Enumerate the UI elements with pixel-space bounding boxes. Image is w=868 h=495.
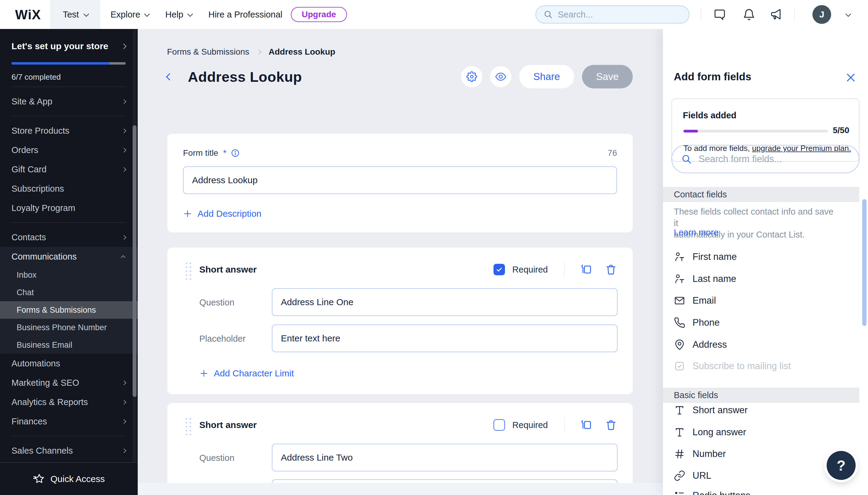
share-button[interactable]: Share <box>519 65 574 88</box>
preview-button[interactable] <box>490 66 511 87</box>
megaphone-icon[interactable] <box>770 8 783 21</box>
learn-more-link[interactable]: Learn more <box>674 227 718 238</box>
sidebar-item-label: Subscriptions <box>12 184 64 194</box>
sidebar-item-automations[interactable]: Automations <box>0 354 138 373</box>
quick-access-star-icon <box>33 473 45 485</box>
question-input[interactable] <box>272 288 618 316</box>
field-option-short-answer[interactable]: Short answer <box>674 399 748 421</box>
sidebar: Let's set up your store 6/7 completed Si… <box>0 29 138 495</box>
avatar[interactable]: J <box>813 5 831 24</box>
add-description-button[interactable]: Add Description <box>183 208 262 219</box>
menu-label: Help <box>165 10 183 20</box>
sidebar-item-sales-channels[interactable]: Sales Channels <box>0 441 138 460</box>
sidebar-item-label: Communications <box>12 252 77 262</box>
chat-bubble-icon[interactable] <box>713 8 727 21</box>
settings-button[interactable] <box>461 66 482 87</box>
chevron-right-icon <box>256 50 262 55</box>
sidebar-item-communications[interactable]: Communications <box>0 247 138 266</box>
scrollbar-thumb[interactable] <box>133 125 136 397</box>
divider <box>12 436 126 436</box>
info-icon[interactable] <box>231 149 240 157</box>
field-option-label: Short answer <box>692 405 748 416</box>
sidebar-item-subscriptions[interactable]: Subscriptions <box>0 179 138 198</box>
menu-explore[interactable]: Explore <box>111 10 148 20</box>
sidebar-item-loyalty-program[interactable]: Loyalty Program <box>0 198 138 218</box>
trash-icon[interactable] <box>605 263 617 276</box>
question-input[interactable] <box>272 444 618 472</box>
field-option-radio-buttons[interactable]: Radio buttons <box>674 485 750 495</box>
field-card-short-answer-1: Short answer Required Question Placehold… <box>167 248 633 394</box>
field-option-address[interactable]: Address <box>674 334 727 356</box>
save-button[interactable]: Save <box>582 65 633 88</box>
site-selector[interactable]: Test <box>50 0 100 29</box>
quick-access-button[interactable]: Quick Access <box>0 462 138 495</box>
field-option-email[interactable]: Email <box>674 290 716 311</box>
eye-icon <box>495 71 506 82</box>
drag-handle[interactable] <box>186 418 191 435</box>
wix-logo: WiX <box>15 7 41 22</box>
field-option-last-name[interactable]: Last name <box>674 268 736 290</box>
setup-progress-bar <box>12 62 126 65</box>
menu-label: Explore <box>111 10 140 20</box>
field-option-number[interactable]: Number <box>674 443 726 465</box>
upgrade-button[interactable]: Upgrade <box>291 7 347 22</box>
sidebar-item-chat[interactable]: Chat <box>0 284 138 301</box>
field-option-url[interactable]: URL <box>674 465 711 487</box>
add-character-limit-button[interactable]: Add Character Limit <box>199 368 294 378</box>
wix-dashboard: WiX Test Explore Help Hire a Professiona… <box>0 0 868 495</box>
form-fields-search[interactable] <box>671 145 859 173</box>
fields-added-progress-bar <box>683 130 828 133</box>
help-button[interactable]: ? <box>827 451 856 480</box>
global-search[interactable] <box>535 5 689 23</box>
sidebar-item-marketing-seo[interactable]: Marketing & SEO <box>0 373 138 392</box>
required-checkbox[interactable] <box>494 264 505 275</box>
menu-hire-a-professional[interactable]: Hire a Professional <box>208 10 282 20</box>
field-option-label: Email <box>692 295 716 306</box>
panel-scrollbar-thumb[interactable] <box>862 199 867 326</box>
back-button[interactable] <box>166 73 173 80</box>
store-setup-widget[interactable]: Let's set up your store 6/7 completed <box>0 29 138 82</box>
sidebar-scrollbar[interactable] <box>133 29 136 462</box>
sidebar-item-gift-card[interactable]: Gift Card <box>0 160 138 179</box>
divider <box>12 116 126 116</box>
placeholder-input[interactable] <box>272 479 618 483</box>
sidebar-item-contacts[interactable]: Contacts <box>0 227 138 247</box>
sidebar-item-business-phone-number[interactable]: Business Phone Number <box>0 319 138 336</box>
chevron-right-icon <box>122 448 127 453</box>
chevron-right-icon <box>122 128 127 133</box>
sidebar-item-forms-submissions[interactable]: Forms & Submissions <box>0 301 138 319</box>
search-input[interactable] <box>558 10 672 20</box>
form-title-input[interactable] <box>183 166 617 194</box>
close-icon[interactable] <box>845 72 856 83</box>
sidebar-item-label: Chat <box>17 288 34 297</box>
required-label: Required <box>512 265 548 275</box>
breadcrumb-current: Address Lookup <box>268 47 335 57</box>
section-header-label: Basic fields <box>674 390 718 400</box>
sidebar-item-inbox[interactable]: Inbox <box>0 266 138 284</box>
chevron-down-icon <box>144 11 150 17</box>
sidebar-item-site-app[interactable]: Site & App <box>0 92 138 111</box>
chevron-right-icon <box>122 380 127 385</box>
field-option-phone[interactable]: Phone <box>674 312 720 334</box>
field-option-first-name[interactable]: First name <box>674 246 737 268</box>
required-checkbox[interactable] <box>494 419 505 431</box>
placeholder-input[interactable] <box>272 324 618 352</box>
sidebar-item-orders[interactable]: Orders <box>0 140 138 160</box>
bell-icon[interactable] <box>742 8 756 21</box>
sidebar-item-analytics-reports[interactable]: Analytics & Reports <box>0 392 138 412</box>
duplicate-icon[interactable] <box>580 419 592 431</box>
sidebar-item-finances[interactable]: Finances <box>0 412 138 431</box>
sidebar-item-label: Contacts <box>12 233 46 242</box>
duplicate-icon[interactable] <box>580 263 592 276</box>
menu-help[interactable]: Help <box>165 10 191 20</box>
sidebar-item-settings[interactable]: Settings <box>0 460 138 462</box>
breadcrumb-root[interactable]: Forms & Submissions <box>167 47 249 57</box>
page-title: Address Lookup <box>188 69 302 85</box>
field-option-long-answer[interactable]: Long answer <box>674 421 746 443</box>
sidebar-item-business-email[interactable]: Business Email <box>0 336 138 354</box>
form-fields-search-input[interactable] <box>699 154 844 165</box>
trash-icon[interactable] <box>605 419 617 431</box>
sidebar-item-store-products[interactable]: Store Products <box>0 121 138 140</box>
chevron-down-icon[interactable] <box>845 11 851 17</box>
drag-handle[interactable] <box>186 262 191 280</box>
